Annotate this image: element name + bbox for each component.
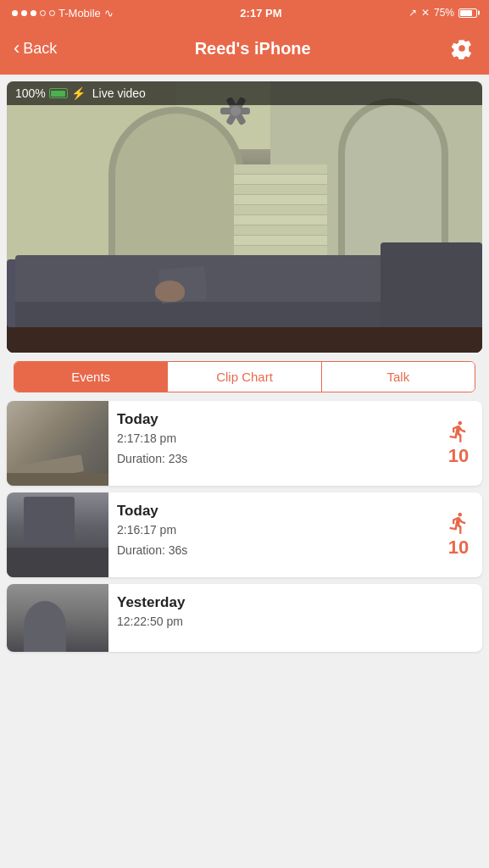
event-card-2[interactable]: Today 2:16:17 pm Duration: 36s 10 [7, 492, 482, 577]
tab-talk[interactable]: Talk [322, 362, 475, 392]
status-time: 2:17 PM [240, 7, 281, 19]
live-video-label: Live video [92, 86, 146, 100]
back-chevron-icon: ‹ [14, 37, 19, 59]
signal-dot-1 [12, 10, 18, 16]
event-info-3: Yesterday 12:22:50 pm [108, 584, 482, 652]
event-date-3: Yesterday [117, 594, 474, 611]
tab-events[interactable]: Events [14, 362, 168, 392]
event-card-3[interactable]: Yesterday 12:22:50 pm [7, 584, 482, 652]
location-icon: ↗ [408, 7, 417, 19]
status-right: ↗ ✕ 75% [408, 7, 477, 19]
event-thumbnail-3 [7, 584, 108, 652]
tab-clipchart[interactable]: Clip Chart [168, 362, 321, 392]
event-duration-1: Duration: 23s [117, 452, 426, 465]
event-duration-2: Duration: 36s [117, 543, 426, 557]
plug-icon: ⚡ [71, 86, 86, 100]
signal-dot-2 [21, 10, 27, 16]
settings-gear-icon[interactable] [448, 35, 475, 62]
video-section[interactable]: 100% ⚡ Live video [7, 81, 482, 353]
battery-pct-label: 100% [15, 86, 46, 100]
event-badge-1: 10 [435, 401, 482, 486]
status-left: T-Mobile ∿ [12, 7, 114, 19]
back-label: Back [23, 40, 57, 58]
motion-icon-2 [447, 511, 470, 535]
event-card-1[interactable]: Today 2:17:18 pm Duration: 23s 10 [7, 401, 482, 486]
back-button[interactable]: ‹ Back [14, 37, 57, 59]
tab-bar: Events Clip Chart Talk [14, 361, 475, 392]
battery-mini-icon [49, 88, 68, 98]
status-bar: T-Mobile ∿ 2:17 PM ↗ ✕ 75% [0, 0, 489, 25]
event-time-2: 2:16:17 pm [117, 523, 426, 537]
signal-dot-3 [31, 10, 36, 16]
bluetooth-icon: ✕ [421, 7, 430, 19]
device-battery-status: 100% ⚡ [15, 86, 86, 100]
battery-icon [458, 8, 477, 18]
nav-bar: ‹ Back Reed's iPhone [0, 25, 489, 75]
carrier-label: T-Mobile [58, 7, 101, 19]
live-video-feed [7, 81, 482, 353]
event-score-2: 10 [448, 537, 469, 559]
event-thumbnail-1 [7, 401, 108, 486]
event-info-2: Today 2:16:17 pm Duration: 36s [108, 492, 435, 577]
event-thumbnail-2 [7, 492, 108, 577]
battery-percent: 75% [434, 7, 454, 19]
event-score-1: 10 [448, 445, 469, 467]
event-info-1: Today 2:17:18 pm Duration: 23s [108, 401, 435, 486]
page-title: Reed's iPhone [195, 39, 311, 58]
video-header: 100% ⚡ Live video [7, 81, 482, 105]
events-list: Today 2:17:18 pm Duration: 23s 10 Today … [0, 401, 489, 652]
motion-icon-1 [447, 420, 470, 443]
event-time-1: 2:17:18 pm [117, 431, 426, 445]
event-badge-2: 10 [435, 492, 482, 577]
signal-dot-5 [49, 10, 55, 16]
signal-dot-4 [40, 10, 46, 16]
event-date-2: Today [117, 503, 426, 520]
event-date-1: Today [117, 411, 426, 428]
wifi-icon: ∿ [104, 7, 114, 19]
event-time-3: 12:22:50 pm [117, 615, 474, 628]
